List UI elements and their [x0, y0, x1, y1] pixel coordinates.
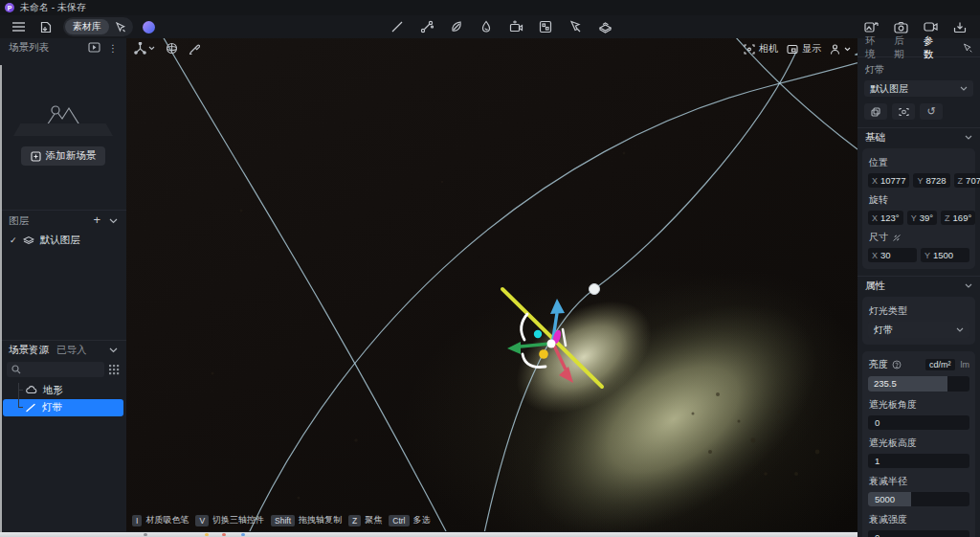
- hamburger-menu-icon[interactable]: [10, 18, 27, 35]
- position-z-field[interactable]: Z707: [954, 173, 980, 188]
- size-y-field[interactable]: Y1500: [921, 248, 969, 262]
- library-tab[interactable]: 素材库: [65, 19, 109, 34]
- search-icon: [11, 365, 21, 374]
- axis-x-arrowhead: [507, 342, 521, 354]
- gizmo-mode-dropdown[interactable]: [134, 42, 155, 55]
- mode-switch[interactable]: 素材库: [63, 17, 133, 36]
- size-label: 尺寸: [869, 231, 969, 244]
- light-type-label: 灯光类型: [869, 304, 969, 318]
- board-tool-icon[interactable]: [537, 18, 554, 35]
- help-icon[interactable]: [892, 360, 902, 369]
- edit-cursor-icon[interactable]: [963, 43, 972, 53]
- node-tool-icon[interactable]: [418, 18, 435, 35]
- attenuation-radius-input[interactable]: 5000: [868, 492, 969, 506]
- light-type-card: 灯光类型 灯带: [862, 297, 975, 345]
- window-title: 未命名 - 未保存: [20, 1, 86, 14]
- cyan-handle: [534, 330, 542, 338]
- size-x-field[interactable]: X30: [868, 248, 917, 262]
- camera-add-tool-icon[interactable]: [507, 18, 524, 35]
- avatar[interactable]: [143, 21, 155, 34]
- chevron-down-icon: [965, 135, 972, 140]
- lasso-leaf-tool-icon[interactable]: [448, 18, 465, 35]
- line-tool-icon[interactable]: [389, 18, 406, 35]
- field-label: 衰减强度: [869, 513, 969, 526]
- flag-tool-icon[interactable]: [567, 18, 584, 35]
- duplicate-button[interactable]: [864, 103, 887, 120]
- screenshot-camera-icon[interactable]: [892, 18, 909, 35]
- add-layer-icon[interactable]: +: [93, 213, 100, 227]
- layer-visible-check-icon[interactable]: ✓: [10, 235, 17, 245]
- tree-item-lightstrip[interactable]: 灯带: [3, 399, 123, 416]
- resources-header: 场景资源 已导入: [0, 341, 126, 360]
- eyedropper-icon[interactable]: [189, 43, 200, 55]
- display-options-button[interactable]: 显示: [787, 42, 821, 56]
- tab-parameters[interactable]: 参数: [924, 34, 942, 61]
- grid-view-icon[interactable]: [109, 365, 120, 375]
- collapse-resources-icon[interactable]: [109, 347, 118, 353]
- field-label: 遮光板角度: [869, 398, 969, 412]
- resources-tree: 地形 灯带: [0, 381, 126, 416]
- shade-height-input[interactable]: 1: [868, 454, 969, 468]
- shade-angle-input[interactable]: 0: [868, 415, 969, 430]
- taskbar-sliver: [0, 532, 858, 537]
- tools-toolbar: [389, 15, 613, 38]
- shortcut-label: 切换三轴控件: [212, 514, 264, 526]
- scene-list-title: 场景列表: [9, 41, 49, 55]
- panel-toggle-icon[interactable]: [88, 42, 100, 53]
- unit-lm-chip[interactable]: lm: [961, 360, 970, 369]
- collapse-layers-icon[interactable]: [109, 218, 118, 224]
- basic-section-header[interactable]: 基础: [858, 128, 980, 146]
- layer-select-dropdown[interactable]: 默认图层: [864, 80, 973, 97]
- import-tray-icon[interactable]: [951, 18, 969, 35]
- person-view-dropdown[interactable]: [830, 44, 851, 55]
- viewport-topright-tools: 相机 显示: [744, 42, 851, 56]
- reset-button[interactable]: ↺: [920, 103, 943, 120]
- rotation-row: X123° Y39° Z169°: [868, 211, 969, 225]
- field-label: 衰减半径: [869, 475, 969, 488]
- search-box[interactable]: [7, 362, 104, 377]
- layer-stack-icon: [23, 235, 34, 245]
- position-y-field[interactable]: Y8728: [913, 173, 949, 188]
- layers-header: 图层 +: [0, 211, 126, 231]
- add-scene-button[interactable]: 添加新场景: [21, 146, 106, 166]
- platform-shape: [13, 123, 113, 136]
- yellow-handle: [539, 349, 548, 359]
- position-label: 位置: [869, 156, 969, 169]
- link-icon[interactable]: [892, 234, 902, 242]
- brightness-slider[interactable]: 235.5: [868, 376, 969, 392]
- app-logo-icon: P: [5, 3, 14, 12]
- axis-z-arrowhead: [550, 299, 565, 314]
- globe-icon[interactable]: [166, 42, 178, 55]
- taskbar-icon-dot: [222, 533, 226, 536]
- export-image-icon[interactable]: [862, 18, 880, 35]
- flame-tool-icon[interactable]: [478, 18, 495, 35]
- properties-section-header[interactable]: 属性: [858, 277, 980, 295]
- transform-card: 位置 X10777 Y8728 Z707 旋转 X123° Y39° Z169°…: [862, 148, 975, 269]
- rotation-y-field[interactable]: Y39°: [907, 211, 937, 225]
- focus-target-button[interactable]: [892, 103, 915, 120]
- gizmo-center-dot: [547, 340, 556, 348]
- position-x-field[interactable]: X10777: [868, 173, 909, 188]
- imported-tab[interactable]: 已导入: [56, 344, 101, 357]
- tab-environment[interactable]: 环境: [865, 34, 883, 61]
- kebab-menu-icon[interactable]: ⋮: [108, 42, 119, 54]
- tab-postprocess[interactable]: 后期: [894, 34, 912, 61]
- video-record-icon[interactable]: [922, 18, 939, 35]
- rotation-z-field[interactable]: Z169°: [941, 211, 975, 225]
- terrain-cloud-icon: [25, 386, 37, 394]
- camera-view-button[interactable]: 相机: [744, 42, 778, 56]
- field-label: 遮光板高度: [869, 436, 969, 450]
- shortcut-label: 聚焦: [365, 514, 382, 526]
- light-type-dropdown[interactable]: 灯带: [868, 322, 969, 338]
- rotation-x-field[interactable]: X123°: [868, 211, 903, 225]
- search-input[interactable]: [25, 364, 96, 376]
- resources-title[interactable]: 场景资源: [9, 344, 49, 357]
- attenuation-strength-input[interactable]: 0: [868, 530, 969, 537]
- inspector-panel: 环境 后期 参数 灯带 默认图层 ↺ 基础 位置 X10777 Y8728: [858, 38, 980, 537]
- material-box-tool-icon[interactable]: [596, 18, 613, 35]
- unit-cdm2-chip[interactable]: cd/m²: [925, 359, 955, 370]
- select-cursor-icon[interactable]: [109, 22, 131, 33]
- layer-row-default[interactable]: ✓ 默认图层: [0, 231, 126, 250]
- new-file-icon[interactable]: [36, 18, 54, 35]
- viewport-3d[interactable]: 相机 显示 I 材质吸色笔 V 切换三轴控件 Shift 拖拽轴复制 Z 聚焦 …: [126, 38, 858, 531]
